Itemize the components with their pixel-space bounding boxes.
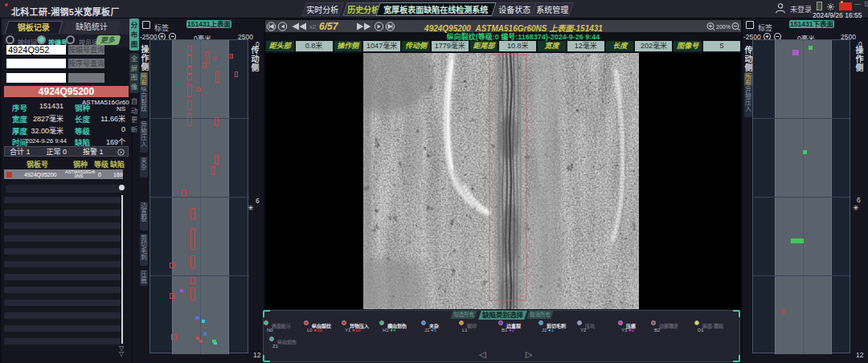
svg-text:200%: 200% <box>716 24 731 30</box>
svg-text:x2: x2 <box>309 23 317 31</box>
